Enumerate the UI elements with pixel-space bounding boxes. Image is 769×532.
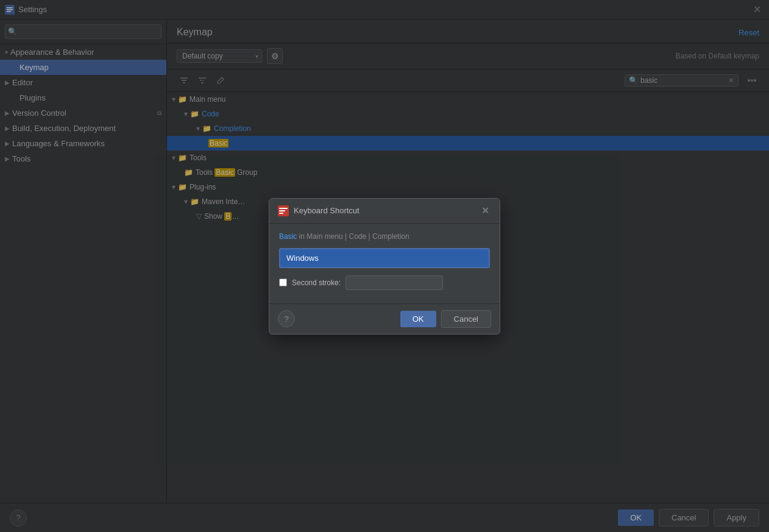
- dialog-title: Keyboard Shortcut: [294, 206, 474, 215]
- dialog-cancel-button[interactable]: Cancel: [441, 310, 491, 328]
- svg-rect-15: [279, 210, 285, 211]
- dialog-help-button[interactable]: ?: [278, 310, 295, 327]
- dialog-subtitle-rest: in Main menu | Code | Completion: [299, 232, 409, 241]
- dialog-footer: ? OK Cancel: [269, 303, 500, 334]
- svg-rect-14: [279, 208, 288, 209]
- dialog-app-icon: [278, 205, 289, 216]
- second-stroke-label: Second stroke:: [292, 278, 341, 287]
- second-stroke-checkbox[interactable]: [279, 278, 287, 286]
- second-stroke-input[interactable]: [346, 275, 443, 290]
- dialog-title-bar: Keyboard Shortcut ✕: [269, 199, 500, 224]
- second-stroke-row: Second stroke:: [279, 275, 490, 290]
- shortcut-input[interactable]: [279, 248, 490, 268]
- dialog-subtitle-highlight: Basic: [279, 232, 297, 241]
- modal-overlay: Keyboard Shortcut ✕ Basic in Main menu |…: [0, 0, 769, 532]
- dialog-subtitle: Basic in Main menu | Code | Completion: [279, 232, 490, 241]
- dialog-ok-button[interactable]: OK: [400, 311, 436, 327]
- keyboard-shortcut-dialog: Keyboard Shortcut ✕ Basic in Main menu |…: [269, 198, 500, 335]
- dialog-body: Basic in Main menu | Code | Completion S…: [269, 224, 500, 303]
- svg-rect-16: [279, 213, 283, 214]
- dialog-close-button[interactable]: ✕: [479, 205, 491, 217]
